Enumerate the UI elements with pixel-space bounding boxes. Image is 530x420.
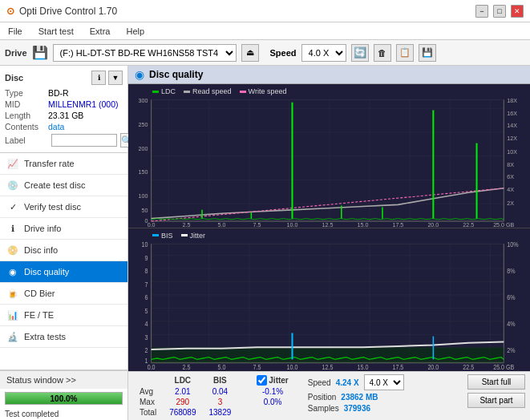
menu-help[interactable]: Help bbox=[123, 25, 148, 38]
stats-bottom: LDC BIS Speed Jitter Avg bbox=[128, 371, 530, 420]
legend-jitter-color bbox=[181, 234, 188, 236]
drive-icon: 💾 bbox=[32, 45, 48, 60]
svg-text:8%: 8% bbox=[507, 266, 516, 275]
disc-contents-row: Contents data bbox=[5, 122, 123, 131]
disc-length-row: Length 23.31 GB bbox=[5, 111, 123, 120]
svg-text:50: 50 bbox=[142, 207, 148, 214]
start-full-button[interactable]: Start full bbox=[467, 374, 525, 390]
title-bar: ⊙ Opti Drive Control 1.70 − □ ✕ bbox=[0, 0, 530, 22]
svg-text:6%: 6% bbox=[507, 293, 516, 301]
legend-jitter-label: Jitter bbox=[190, 232, 206, 240]
svg-text:0.0: 0.0 bbox=[148, 221, 156, 227]
svg-text:300: 300 bbox=[139, 97, 148, 104]
sidebar-item-fe-te[interactable]: 📊 FE / TE bbox=[0, 305, 127, 326]
copy-button[interactable]: 📋 bbox=[396, 44, 414, 62]
maximize-button[interactable]: □ bbox=[493, 5, 506, 18]
disc-quality-icon: ◉ bbox=[6, 265, 19, 278]
svg-text:22.5: 22.5 bbox=[463, 221, 474, 227]
disc-expand-btn[interactable]: ▼ bbox=[108, 71, 123, 85]
title-controls: − □ ✕ bbox=[475, 5, 524, 18]
speed-position-panel: Speed 4.24 X 4.0 X Position 23862 MB Sam… bbox=[301, 374, 461, 413]
close-button[interactable]: ✕ bbox=[511, 5, 524, 18]
speed-select[interactable]: 4.0 X bbox=[364, 374, 404, 390]
sidebar-item-cd-bier[interactable]: 🍺 CD Bier bbox=[0, 283, 127, 305]
status-window-button[interactable]: Status window >> bbox=[0, 370, 127, 389]
svg-text:20.0: 20.0 bbox=[427, 361, 439, 370]
legend-jitter: Jitter bbox=[181, 232, 206, 240]
disc-quality-header: ◉ Disc quality bbox=[128, 66, 530, 84]
menu-start-test[interactable]: Start test bbox=[35, 25, 77, 38]
jitter-text: Jitter bbox=[269, 376, 288, 385]
avg-label: Avg bbox=[133, 386, 163, 397]
svg-text:10X: 10X bbox=[507, 147, 517, 155]
sidebar-item-label: Disc quality bbox=[24, 267, 69, 277]
disc-type-row: Type BD-R bbox=[5, 88, 123, 98]
progress-bar-container: 100.0% bbox=[5, 392, 123, 405]
chart1-legend: LDC Read speed Write speed bbox=[152, 87, 286, 95]
disc-contents-label: Contents bbox=[5, 122, 48, 131]
sidebar-item-create-test-disc[interactable]: 💿 Create test disc bbox=[0, 175, 127, 196]
jitter-checkbox-container: Speed Jitter bbox=[257, 375, 288, 386]
legend-bis-label: BIS bbox=[161, 232, 173, 240]
max-label: Max bbox=[133, 397, 163, 407]
main-layout: Disc ℹ ▼ Type BD-R MID MILLENMR1 (000) L… bbox=[0, 66, 530, 420]
sidebar-item-label: Transfer rate bbox=[24, 159, 75, 168]
svg-rect-40 bbox=[152, 244, 504, 362]
legend-write-speed-label: Write speed bbox=[249, 87, 287, 95]
drive-select[interactable]: (F:) HL-DT-ST BD-RE WH16NS58 TST4 bbox=[53, 44, 237, 62]
disc-panel: Disc ℹ ▼ Type BD-R MID MILLENMR1 (000) L… bbox=[0, 66, 127, 153]
save-button[interactable]: 💾 bbox=[419, 44, 436, 62]
menu-file[interactable]: File bbox=[5, 25, 26, 38]
cd-bier-icon: 🍺 bbox=[6, 287, 19, 300]
transfer-rate-icon: 📈 bbox=[6, 157, 19, 170]
drive-label: Drive bbox=[5, 48, 27, 58]
sidebar-item-extra-tests[interactable]: 🔬 Extra tests bbox=[0, 326, 127, 348]
speed-select[interactable]: 4.0 X bbox=[301, 44, 346, 62]
sidebar-item-disc-quality[interactable]: ◉ Disc quality bbox=[0, 261, 127, 283]
disc-icons: ℹ ▼ bbox=[91, 71, 123, 85]
sidebar-item-transfer-rate[interactable]: 📈 Transfer rate bbox=[0, 153, 127, 175]
svg-text:250: 250 bbox=[139, 121, 148, 128]
svg-text:15.0: 15.0 bbox=[357, 221, 368, 227]
disc-label-label: Label bbox=[5, 135, 48, 145]
svg-text:7: 7 bbox=[145, 279, 148, 288]
menu-extra[interactable]: Extra bbox=[87, 25, 114, 38]
chart2-svg: 10 9 8 7 6 5 4 3 2 1 10% 8% 6% 4% 2% bbox=[128, 228, 530, 372]
avg-bis: 0.04 bbox=[203, 386, 238, 397]
speed-label: Speed bbox=[270, 48, 297, 58]
svg-rect-70 bbox=[152, 347, 504, 362]
legend-write-speed-color bbox=[240, 91, 246, 93]
svg-text:150: 150 bbox=[139, 168, 148, 176]
disc-mid-label: MID bbox=[5, 99, 48, 109]
avg-ldc: 2.01 bbox=[163, 386, 202, 397]
sidebar-item-label: Verify test disc bbox=[24, 202, 81, 212]
sidebar-item-disc-info[interactable]: 📀 Disc info bbox=[0, 240, 127, 261]
jitter-checkbox[interactable] bbox=[257, 375, 267, 386]
svg-text:2X: 2X bbox=[507, 200, 514, 207]
svg-text:2.5: 2.5 bbox=[183, 361, 191, 370]
eject-button[interactable]: ⏏ bbox=[241, 44, 259, 62]
fe-te-icon: 📊 bbox=[6, 309, 19, 321]
disc-label-input[interactable] bbox=[51, 134, 117, 147]
refresh-button[interactable]: 🔄 bbox=[351, 44, 369, 62]
sidebar-item-label: FE / TE bbox=[24, 310, 54, 320]
svg-text:0.0: 0.0 bbox=[148, 361, 156, 370]
content-area: ◉ Disc quality LDC Read speed bbox=[128, 66, 530, 420]
sidebar-item-label: CD Bier bbox=[24, 289, 55, 298]
disc-type-label: Type bbox=[5, 88, 48, 98]
start-part-button[interactable]: Start part bbox=[467, 393, 525, 408]
svg-text:5: 5 bbox=[145, 305, 148, 314]
position-value: 23862 MB bbox=[341, 393, 378, 402]
svg-text:200: 200 bbox=[139, 145, 148, 152]
sidebar-item-drive-info[interactable]: ℹ Drive info bbox=[0, 218, 127, 240]
svg-text:10: 10 bbox=[142, 240, 148, 248]
position-label: Position bbox=[308, 393, 337, 402]
disc-info-btn[interactable]: ℹ bbox=[91, 71, 106, 85]
svg-text:15.0: 15.0 bbox=[357, 361, 368, 370]
erase-button[interactable]: 🗑 bbox=[374, 44, 391, 62]
chart1-container: LDC Read speed Write speed bbox=[128, 84, 530, 228]
minimize-button[interactable]: − bbox=[475, 5, 488, 18]
max-ldc: 290 bbox=[163, 397, 202, 407]
sidebar-item-verify-test-disc[interactable]: ✓ Verify test disc bbox=[0, 196, 127, 218]
create-test-disc-icon: 💿 bbox=[6, 179, 19, 192]
